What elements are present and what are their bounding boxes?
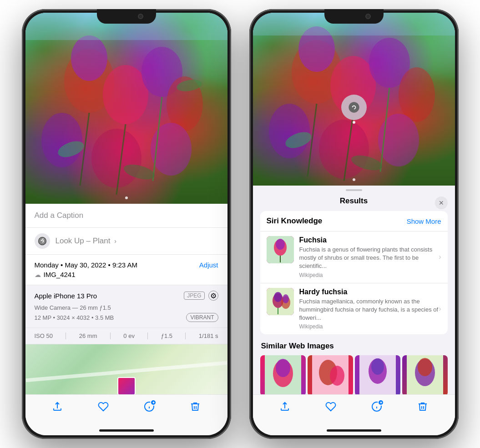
svg-point-47 (330, 366, 344, 386)
similar-label: Similar Web Images (260, 342, 448, 351)
results-title: Results (340, 196, 368, 206)
camera-2 (365, 14, 371, 19)
phone-2: Results ✕ Siri Knowledge Show More (249, 9, 459, 439)
map-photo-thumb (117, 377, 136, 395)
svg-point-6 (91, 129, 141, 188)
flower-photo[interactable] (25, 13, 227, 204)
cloud-icon: ☁ (35, 271, 41, 278)
svg-point-2 (103, 65, 148, 124)
mp-info: 12 MP • 3024 × 4032 • 3.5 MB (35, 314, 114, 321)
lookup-icon (35, 233, 50, 249)
hardy-title: Hardy fuchsia (299, 288, 441, 296)
fuchsia-thumb (267, 236, 294, 263)
info-button[interactable]: ✦ (144, 401, 155, 412)
delete-button[interactable] (190, 401, 201, 412)
svg-point-5 (41, 113, 82, 167)
exif-row: ISO 50 26 mm 0 ev ƒ1.5 1/181 s (25, 328, 227, 344)
focal-value: 26 mm (79, 332, 97, 339)
share-button-2[interactable] (279, 401, 290, 412)
style-badge: VIBRANT (186, 313, 218, 322)
fuchsia-title: Fuchsia (299, 236, 441, 244)
device-badges: JPEG ⚙ (184, 291, 218, 301)
similar-image-2[interactable] (308, 355, 353, 396)
knowledge-item-2[interactable]: Hardy fuchsia Fuchsia magellanica, commo… (260, 283, 448, 335)
aperture-value: ƒ1.5 (161, 332, 172, 339)
meta-date: Monday • May 30, 2022 • 9:23 AM (35, 261, 137, 269)
drag-handle[interactable] (346, 189, 362, 191)
caption-area[interactable]: Add a Caption (25, 204, 227, 228)
svg-point-22 (399, 67, 435, 122)
phone-1: Add a Caption Look Up – Plant › (22, 9, 231, 439)
info-badge-2: ✦ (378, 399, 384, 406)
svg-point-41 (283, 294, 289, 303)
chevron-icon-2: › (439, 305, 441, 313)
page-indicator-2 (353, 178, 355, 181)
format-badge: JPEG (184, 292, 204, 300)
fuchsia-info: Fuchsia Fuchsia is a genus of flowering … (299, 236, 441, 278)
settings-icon[interactable]: ⚙ (208, 291, 218, 301)
svg-point-50 (371, 358, 384, 375)
screen-2: Results ✕ Siri Knowledge Show More (253, 13, 455, 435)
fuchsia-source: Wikipedia (299, 272, 441, 278)
close-button[interactable]: ✕ (435, 196, 448, 209)
similar-images-row (260, 355, 448, 396)
home-indicator-2 (327, 429, 381, 432)
device-section: Apple iPhone 13 Pro JPEG ⚙ Wide Camera —… (25, 285, 227, 328)
caption-placeholder[interactable]: Add a Caption (35, 211, 84, 220)
similar-image-3[interactable] (355, 355, 400, 396)
info-button-2[interactable]: ✦ (371, 401, 382, 412)
hardy-source: Wikipedia (299, 323, 441, 330)
notch-1 (97, 9, 156, 24)
delete-button-2[interactable] (417, 401, 428, 412)
similar-image-1[interactable] (260, 355, 306, 396)
svg-point-24 (319, 120, 369, 179)
similar-image-4[interactable] (402, 355, 448, 396)
svg-point-23 (269, 104, 310, 158)
svg-point-1 (71, 35, 107, 81)
meta-section: Monday • May 30, 2022 • 9:23 AM Adjust ☁… (25, 255, 227, 285)
screen-1: Add a Caption Look Up – Plant › (25, 13, 227, 435)
info-badge: ✦ (150, 399, 157, 406)
camera-1 (138, 14, 143, 19)
adjust-button[interactable]: Adjust (199, 261, 218, 269)
notch-2 (324, 9, 384, 24)
lookup-row[interactable]: Look Up – Plant › (25, 228, 227, 255)
show-more-button[interactable]: Show More (407, 217, 441, 225)
svg-point-44 (276, 359, 290, 377)
chevron-icon-1: › (439, 253, 441, 261)
knowledge-item-1[interactable]: Fuchsia Fuchsia is a genus of flowering … (260, 231, 448, 283)
like-button-2[interactable] (325, 401, 336, 412)
svg-point-34 (276, 239, 285, 250)
iso-value: ISO 50 (35, 332, 53, 339)
lookup-dot (353, 121, 355, 124)
svg-point-38 (274, 292, 282, 302)
hardy-info: Hardy fuchsia Fuchsia magellanica, commo… (299, 288, 441, 330)
visual-lookup-button[interactable] (341, 95, 367, 120)
siri-knowledge-label: Siri Knowledge (267, 216, 323, 226)
hardy-desc: Fuchsia magellanica, commonly known as t… (299, 297, 441, 322)
hardy-fuchsia-thumb (267, 288, 294, 315)
home-indicator (99, 429, 154, 432)
device-name: Apple iPhone 13 Pro (35, 292, 97, 300)
flower-photo-2 (253, 13, 455, 186)
shutter-value: 1/181 s (199, 332, 218, 339)
lookup-label: Look Up – Plant › (56, 237, 116, 246)
camera-details: Wide Camera — 26 mm ƒ1.5 (35, 304, 218, 311)
siri-section: Siri Knowledge Show More (260, 211, 448, 334)
page-indicator (125, 196, 128, 199)
fuchsia-desc: Fuchsia is a genus of flowering plants t… (299, 246, 441, 271)
similar-section: Similar Web Images (260, 342, 448, 396)
ev-value: 0 ev (123, 332, 135, 339)
filename: IMG_4241 (44, 271, 76, 278)
share-button[interactable] (52, 401, 63, 412)
siri-header: Siri Knowledge Show More (260, 211, 448, 231)
svg-point-53 (418, 358, 432, 376)
results-header: Results ✕ (253, 195, 455, 211)
like-button[interactable] (98, 401, 109, 412)
map-section[interactable] (25, 344, 227, 399)
